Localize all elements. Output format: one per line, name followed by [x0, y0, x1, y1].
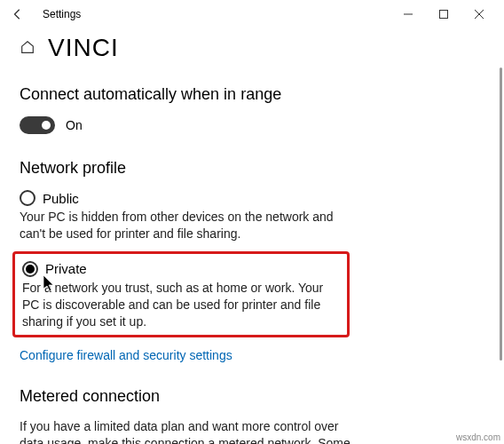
page-title: VINCI — [48, 34, 119, 62]
close-icon — [475, 10, 484, 19]
home-icon[interactable] — [20, 39, 35, 58]
auto-connect-heading: Connect automatically when in range — [20, 85, 484, 104]
auto-connect-toggle-label: On — [66, 118, 83, 132]
header: VINCI — [0, 28, 504, 78]
metered-desc: If you have a limited data plan and want… — [20, 418, 357, 444]
network-profile-heading: Network profile — [20, 159, 484, 178]
svg-rect-1 — [440, 11, 448, 19]
public-radio-label: Public — [43, 191, 79, 206]
minimize-icon — [404, 10, 413, 19]
private-radio[interactable] — [22, 261, 38, 277]
maximize-icon — [439, 10, 448, 19]
close-button[interactable] — [461, 2, 497, 27]
minimize-button[interactable] — [390, 2, 426, 27]
highlight-box: Private For a network you trust, such as… — [12, 251, 350, 338]
auto-connect-toggle-row: On — [20, 116, 484, 134]
auto-connect-toggle[interactable] — [20, 116, 55, 134]
public-radio[interactable] — [20, 190, 35, 206]
firewall-link[interactable]: Configure firewall and security settings — [20, 348, 484, 362]
content: Connect automatically when in range On N… — [0, 85, 504, 444]
network-profile-group: Public Your PC is hidden from other devi… — [20, 190, 484, 362]
back-button[interactable] — [7, 4, 28, 25]
public-radio-desc: Your PC is hidden from other devices on … — [20, 209, 339, 242]
titlebar: Settings — [0, 0, 504, 28]
titlebar-title: Settings — [43, 8, 81, 20]
watermark: wsxdn.com — [456, 432, 500, 442]
metered-heading: Metered connection — [20, 387, 484, 406]
private-radio-label: Private — [45, 261, 87, 276]
window-controls — [390, 2, 497, 27]
maximize-button[interactable] — [426, 2, 461, 27]
radio-item-public: Public Your PC is hidden from other devi… — [20, 190, 484, 242]
arrow-left-icon — [12, 8, 24, 20]
private-radio-desc: For a network you trust, such as at home… — [22, 280, 338, 330]
radio-item-private: Private For a network you trust, such as… — [22, 261, 338, 330]
vertical-scrollbar[interactable] — [500, 67, 502, 361]
